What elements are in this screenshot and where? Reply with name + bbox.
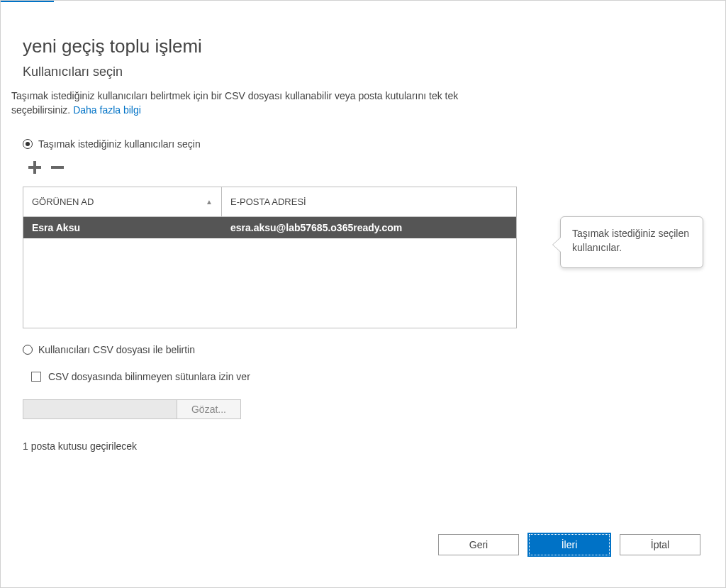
description-text: Taşımak istediğiniz kullanıcıları belirt… (11, 89, 508, 117)
next-button[interactable]: İleri (527, 533, 611, 557)
table-header: GÖRÜNEN AD ▲ E-POSTA ADRESİ (23, 187, 516, 217)
radio-icon (23, 139, 33, 149)
accent-top-border (0, 0, 54, 2)
add-user-button[interactable] (26, 158, 44, 177)
radio-icon (23, 345, 33, 355)
column-header-display-name[interactable]: GÖRÜNEN AD ▲ (23, 187, 222, 216)
checkbox-icon (31, 372, 41, 382)
radio-csv[interactable]: Kullanıcıları CSV dosyası ile belirtin (23, 344, 712, 355)
radio-select-users-label: Taşımak istediğiniz kullanıcıları seçin (38, 138, 201, 150)
column-header-email[interactable]: E-POSTA ADRESİ (222, 187, 516, 216)
browse-button[interactable]: Gözat... (177, 399, 241, 419)
callout-arrow-icon (552, 237, 561, 253)
users-table: GÖRÜNEN AD ▲ E-POSTA ADRESİ Esra Aksu es… (23, 187, 517, 328)
callout-selected-users: Taşımak istediğiniz seçilen kullanıcılar… (560, 216, 703, 268)
column-header-display-name-label: GÖRÜNEN AD (32, 196, 94, 207)
user-list-toolbar (26, 158, 712, 177)
table-body[interactable]: Esra Aksu esra.aksu@lab57685.o365ready.c… (23, 217, 516, 328)
file-browse-row: Gözat... (23, 399, 712, 419)
checkbox-allow-unknown-columns[interactable]: CSV dosyasında bilinmeyen sütunlara izin… (31, 371, 712, 382)
table-row[interactable]: Esra Aksu esra.aksu@lab57685.o365ready.c… (23, 217, 516, 238)
cancel-button[interactable]: İptal (620, 534, 700, 555)
back-button[interactable]: Geri (438, 534, 519, 555)
page-title: yeni geçiş toplu işlemi (23, 35, 712, 57)
svg-rect-2 (51, 166, 64, 169)
page-subtitle: Kullanıcıları seçin (23, 65, 712, 79)
column-header-email-label: E-POSTA ADRESİ (230, 196, 306, 207)
checkbox-allow-unknown-columns-label: CSV dosyasında bilinmeyen sütunlara izin… (48, 371, 250, 382)
radio-select-users[interactable]: Taşımak istediğiniz kullanıcıları seçin (23, 138, 712, 150)
plus-icon (27, 160, 43, 175)
cell-email: esra.aksu@lab57685.o365ready.com (222, 222, 516, 233)
learn-more-link[interactable]: Daha fazla bilgi (73, 104, 141, 116)
next-button-label: İleri (562, 539, 578, 550)
sort-asc-icon: ▲ (206, 198, 213, 206)
csv-file-path-input (23, 399, 177, 419)
radio-csv-label: Kullanıcıları CSV dosyası ile belirtin (38, 344, 195, 355)
svg-rect-1 (28, 166, 41, 169)
remove-user-button[interactable] (48, 158, 67, 177)
wizard-button-bar: Geri İleri İptal (438, 534, 700, 557)
status-text: 1 posta kutusu geçirilecek (23, 440, 712, 452)
minus-icon (50, 160, 65, 175)
callout-text: Taşımak istediğiniz seçilen kullanıcılar… (572, 228, 689, 253)
cell-display-name: Esra Aksu (23, 222, 222, 233)
